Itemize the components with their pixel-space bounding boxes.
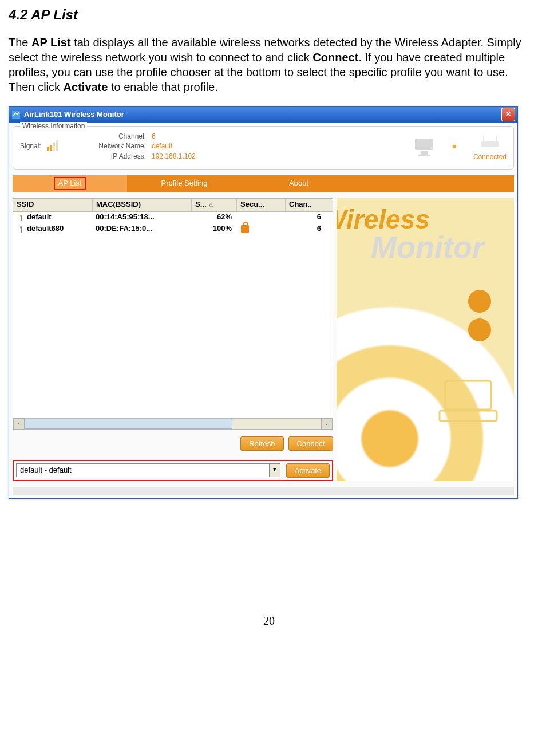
antenna-icon: [17, 225, 26, 234]
monitor-icon: [413, 136, 436, 157]
col-channel[interactable]: Chan..: [286, 199, 333, 211]
window-titlebar: AirLink101 Wireless Monitor ✕: [9, 107, 517, 123]
svg-rect-0: [12, 111, 20, 119]
ip-value: 192.168.1.102: [152, 152, 255, 162]
profile-chooser-row: default - default ▼ Activate: [13, 460, 333, 481]
tab-ap-list[interactable]: AP List: [13, 175, 127, 192]
signal-block: Signal:: [20, 140, 83, 153]
connect-button[interactable]: Connect: [288, 436, 333, 451]
artwork-panel: Wireless Monitor: [337, 198, 514, 481]
activate-button[interactable]: Activate: [286, 463, 330, 478]
network-name-label: Network Name:: [83, 142, 152, 151]
cell-channel: 6: [283, 212, 333, 223]
svg-rect-8: [21, 216, 22, 221]
window-title: AirLink101 Wireless Monitor: [24, 110, 124, 120]
signal-label: Signal:: [20, 142, 41, 151]
svg-rect-4: [481, 141, 499, 147]
cell-signal: 100%: [191, 223, 235, 235]
ap-list-panel: SSID MAC(BSSID) S... △ Secu... Chan..: [13, 198, 333, 481]
svg-rect-3: [418, 155, 430, 156]
table-body: default 00:14:A5:95:18... 62% 6 default6…: [13, 212, 333, 419]
brand-text-monitor: Monitor: [371, 227, 484, 267]
tab-about[interactable]: About: [242, 175, 356, 192]
button-row: Refresh Connect: [13, 436, 333, 451]
laptop-icon: [434, 375, 503, 430]
col-ssid[interactable]: SSID: [13, 199, 93, 211]
horizontal-scrollbar[interactable]: ‹ ›: [13, 419, 333, 430]
body-paragraph: The AP List tab displays all the availab…: [9, 35, 529, 94]
page-number: 20: [9, 613, 529, 628]
text: to enable that profile.: [108, 81, 217, 93]
svg-rect-12: [440, 411, 497, 421]
svg-rect-6: [496, 136, 497, 141]
cell-ssid: default680: [27, 224, 64, 234]
table-row[interactable]: default680 00:DE:FA:15:0... 100% 6: [13, 223, 333, 235]
svg-rect-1: [415, 139, 433, 150]
router-icon: [478, 131, 501, 152]
svg-rect-10: [21, 227, 22, 233]
text: The: [9, 36, 31, 49]
scroll-left-button[interactable]: ‹: [13, 418, 25, 430]
chevron-down-icon[interactable]: ▼: [269, 464, 280, 477]
channel-label: Channel:: [83, 132, 152, 141]
col-mac[interactable]: MAC(BSSID): [93, 199, 192, 211]
col-signal-label: S...: [195, 200, 207, 210]
svg-rect-11: [445, 381, 491, 410]
wireless-info-panel: Wireless Information Signal: Channel: 6 …: [13, 126, 514, 170]
dropdown-value: default - default: [17, 466, 269, 475]
app-icon: [11, 110, 21, 119]
text-bold: Connect: [312, 51, 358, 64]
network-name-value: default: [152, 142, 255, 151]
tab-profile-setting[interactable]: Profile Setting: [127, 175, 242, 192]
signal-bars-icon: [47, 140, 58, 153]
app-window: AirLink101 Wireless Monitor ✕ Wireless I…: [9, 106, 518, 499]
orange-dots-icon: [468, 290, 491, 313]
table-row[interactable]: default 00:14:A5:95:18... 62% 6: [13, 212, 333, 223]
panel-legend: Wireless Information: [20, 122, 87, 131]
section-title: 4.2 AP List: [9, 6, 529, 23]
connection-icons: Connected: [413, 131, 507, 162]
cell-mac: 00:14:A5:95:18...: [92, 212, 191, 223]
cell-ssid: default: [27, 212, 52, 222]
channel-value: 6: [152, 132, 255, 141]
antenna-icon: [17, 213, 26, 222]
status-label: Connected: [473, 153, 507, 162]
close-button[interactable]: ✕: [501, 108, 515, 121]
svg-rect-2: [421, 151, 428, 155]
table-header: SSID MAC(BSSID) S... △ Secu... Chan..: [13, 198, 333, 212]
window-body: Wireless Information Signal: Channel: 6 …: [9, 123, 517, 498]
cell-signal: 62%: [191, 212, 235, 223]
col-security[interactable]: Secu...: [237, 199, 286, 211]
content-row: SSID MAC(BSSID) S... △ Secu... Chan..: [13, 198, 514, 481]
scroll-right-button[interactable]: ›: [321, 418, 333, 430]
tab-bar: AP List Profile Setting About: [13, 175, 514, 192]
cell-mac: 00:DE:FA:15:0...: [92, 223, 191, 235]
refresh-button[interactable]: Refresh: [240, 436, 284, 451]
text-bold: AP List: [31, 36, 71, 49]
col-signal[interactable]: S... △: [192, 199, 237, 211]
sort-indicator-icon: △: [209, 202, 213, 208]
ip-label: IP Address:: [83, 152, 152, 162]
cell-security: [235, 223, 283, 235]
connection-dot-icon: [453, 145, 456, 148]
info-grid: Channel: 6 Network Name: default IP Addr…: [83, 132, 255, 162]
statusbar: [13, 487, 514, 495]
cell-channel: 6: [283, 223, 333, 235]
scroll-thumb[interactable]: [25, 419, 232, 429]
info-row: Signal: Channel: 6 Network Name: default…: [20, 131, 507, 162]
scroll-track[interactable]: [25, 419, 321, 429]
highlight-box: AP List: [54, 177, 86, 190]
text-bold: Activate: [64, 81, 108, 93]
svg-rect-5: [483, 136, 484, 141]
cell-security: [235, 212, 283, 223]
lock-icon: [241, 225, 249, 233]
profile-dropdown[interactable]: default - default ▼: [16, 463, 280, 477]
